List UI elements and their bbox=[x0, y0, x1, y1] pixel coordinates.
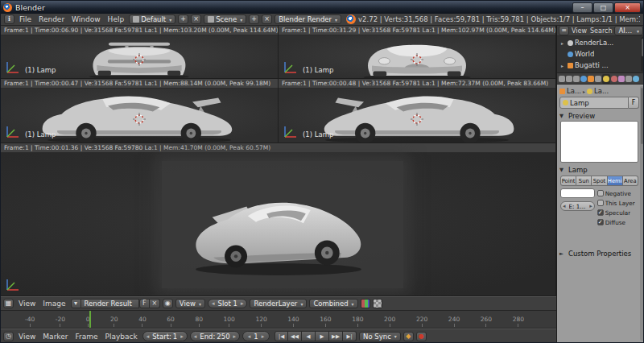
play-button[interactable]: ▶ bbox=[316, 331, 329, 341]
outliner-item-world[interactable]: World bbox=[557, 48, 644, 60]
unlink-image-button[interactable]: × bbox=[150, 299, 160, 308]
tab-world-icon[interactable] bbox=[580, 76, 587, 82]
sync-mode-selector[interactable]: No Sync bbox=[359, 332, 401, 341]
fake-user-button[interactable]: F bbox=[629, 97, 639, 109]
end-frame-field[interactable]: End: 250 bbox=[190, 331, 240, 341]
outliner-scrollbar[interactable] bbox=[641, 37, 644, 72]
previous-keyframe-button[interactable]: ◀◀ bbox=[288, 331, 302, 341]
browse-image-button[interactable]: ▾ bbox=[71, 299, 81, 308]
tab-scene-icon[interactable] bbox=[573, 76, 580, 82]
timeline-menu-view[interactable]: View bbox=[16, 333, 38, 341]
screen-layout-selector[interactable]: Default bbox=[129, 14, 175, 24]
checkbox-checked-icon[interactable]: ✓ bbox=[597, 219, 604, 225]
image-menu-image[interactable]: Image bbox=[40, 300, 68, 308]
tab-physics-icon[interactable] bbox=[633, 76, 639, 82]
close-button[interactable]: × bbox=[614, 2, 641, 13]
tab-constraints-icon[interactable] bbox=[595, 76, 601, 82]
image-menu-view[interactable]: View bbox=[16, 300, 38, 308]
editor-type-outliner-button[interactable]: ≡ bbox=[559, 26, 569, 35]
scrollbar-thumb[interactable] bbox=[641, 88, 643, 144]
tab-object-icon[interactable] bbox=[588, 76, 594, 82]
viewport-canvas-top-right[interactable]: (1) Lamp bbox=[279, 35, 555, 78]
checkbox-this-layer[interactable]: This Layer bbox=[597, 198, 638, 208]
render-layer-selector[interactable]: RenderLayer bbox=[250, 299, 307, 308]
menu-window[interactable]: Window bbox=[69, 15, 103, 23]
outliner-menu-view[interactable]: View bbox=[571, 27, 588, 35]
delete-scene-button[interactable]: × bbox=[262, 14, 272, 24]
custom-properties-panel-header[interactable]: ► Custom Properties bbox=[559, 248, 639, 258]
tab-object-data-active[interactable] bbox=[602, 74, 610, 84]
menu-render[interactable]: Render bbox=[36, 15, 67, 23]
viewport-canvas-main[interactable] bbox=[1, 153, 555, 295]
image-mode-selector[interactable]: View bbox=[175, 299, 205, 308]
render-engine-selector[interactable]: Blender Render bbox=[275, 14, 341, 24]
play-reverse-button[interactable]: ◀ bbox=[302, 331, 316, 341]
keying-set-button[interactable]: ◆ bbox=[403, 332, 414, 341]
delete-layout-button[interactable]: × bbox=[191, 14, 201, 24]
tab-particles-icon[interactable] bbox=[625, 76, 632, 82]
expand-icon[interactable]: ▸ bbox=[561, 40, 566, 46]
render-slot-selector[interactable]: Slot 1 bbox=[208, 299, 247, 308]
outliner-display-mode[interactable]: All Scenes bbox=[614, 26, 643, 35]
jump-to-end-button[interactable]: ▶| bbox=[343, 331, 357, 341]
preview-panel-header[interactable]: ▼ Preview bbox=[559, 110, 639, 121]
lamp-name-field[interactable]: Lamp bbox=[559, 97, 629, 109]
checkbox-checked-icon[interactable]: ✓ bbox=[597, 209, 604, 216]
outliner-item-bugatti[interactable]: ▸ Bugatti ... bbox=[557, 60, 644, 71]
lamp-panel-header[interactable]: ▼ Lamp bbox=[559, 164, 639, 175]
viewport-canvas-top-left[interactable]: (1) Lamp bbox=[1, 35, 278, 78]
scene-selector[interactable]: Scene bbox=[204, 14, 246, 24]
menu-help[interactable]: Help bbox=[105, 15, 127, 23]
current-frame-field[interactable]: 1 bbox=[242, 331, 270, 341]
timeline-menu-marker[interactable]: Marker bbox=[40, 333, 70, 341]
auto-keyframe-record-button[interactable]: ● bbox=[416, 332, 427, 341]
checkbox-diffuse[interactable]: ✓ Diffuse bbox=[597, 217, 638, 227]
render-pass: Combined bbox=[313, 300, 348, 308]
start-frame-field[interactable]: Start: 1 bbox=[142, 331, 188, 341]
lamp-type-spot[interactable]: Spot bbox=[592, 176, 607, 186]
fake-user-button[interactable]: F bbox=[139, 299, 150, 308]
outliner-tree: ▸ RenderLa... World ▸ Bugatti ... bbox=[557, 36, 644, 73]
rgb-channel-button[interactable] bbox=[361, 299, 370, 308]
add-layout-button[interactable]: + bbox=[178, 14, 188, 24]
timeline-ruler[interactable]: -40 -20 0 20 40 60 80 100 120 140 160 18… bbox=[1, 311, 556, 329]
lamp-energy-field[interactable]: E: 1.000 bbox=[560, 201, 595, 211]
image-name-field[interactable]: Render Result bbox=[81, 299, 139, 308]
viewport-canvas-mid-left[interactable]: (1) Lamp bbox=[1, 89, 278, 143]
add-scene-button[interactable]: + bbox=[249, 14, 259, 24]
checkbox-icon[interactable] bbox=[597, 200, 604, 206]
timeline-menu-frame[interactable]: Frame bbox=[72, 333, 100, 341]
next-keyframe-button[interactable]: ▶▶ bbox=[329, 331, 343, 341]
maximize-button[interactable]: □ bbox=[593, 2, 613, 13]
tab-object-data-icon[interactable] bbox=[603, 76, 609, 82]
checkbox-negative[interactable]: Negative bbox=[597, 188, 638, 198]
outliner-item-renderlayers[interactable]: ▸ RenderLa... bbox=[557, 37, 644, 48]
checkbox-specular[interactable]: ✓ Specular bbox=[597, 208, 638, 217]
expand-icon[interactable]: ▸ bbox=[561, 63, 566, 68]
lamp-type-point[interactable]: Point bbox=[560, 176, 576, 186]
tab-texture-icon[interactable] bbox=[618, 76, 625, 82]
editor-type-info-button[interactable]: ℹ bbox=[4, 14, 14, 24]
checkbox-icon[interactable] bbox=[597, 190, 604, 196]
rgba-channel-button[interactable] bbox=[373, 299, 382, 308]
editor-type-timeline-button[interactable]: ◷ bbox=[3, 332, 14, 341]
editor-type-image-button[interactable]: ▦ bbox=[3, 299, 14, 308]
tab-render-layers-icon[interactable] bbox=[566, 76, 572, 82]
lamp-type-area[interactable]: Area bbox=[623, 176, 638, 186]
render-pass-selector[interactable]: Combined bbox=[309, 299, 357, 308]
current-frame-value: 1 bbox=[254, 333, 258, 341]
properties-scrollbar[interactable] bbox=[640, 86, 644, 341]
lamp-type-hemi[interactable]: Hemi bbox=[608, 176, 623, 186]
outliner-menu-search[interactable]: Search bbox=[589, 27, 613, 35]
tab-material-icon[interactable] bbox=[611, 76, 617, 82]
timeline-menu-playback[interactable]: Playback bbox=[103, 333, 140, 341]
jump-to-start-button[interactable]: |◀ bbox=[275, 331, 288, 341]
current-frame-indicator[interactable] bbox=[89, 311, 91, 328]
tab-render-icon[interactable] bbox=[559, 76, 565, 82]
pin-image-button[interactable]: ◉ bbox=[163, 299, 173, 308]
lamp-color-swatch[interactable] bbox=[560, 188, 595, 198]
viewport-canvas-mid-right[interactable]: (1) Lamp bbox=[279, 89, 555, 143]
lamp-type-sun[interactable]: Sun bbox=[576, 176, 592, 186]
menu-file[interactable]: File bbox=[17, 15, 34, 23]
minimize-button[interactable]: – bbox=[572, 2, 592, 13]
